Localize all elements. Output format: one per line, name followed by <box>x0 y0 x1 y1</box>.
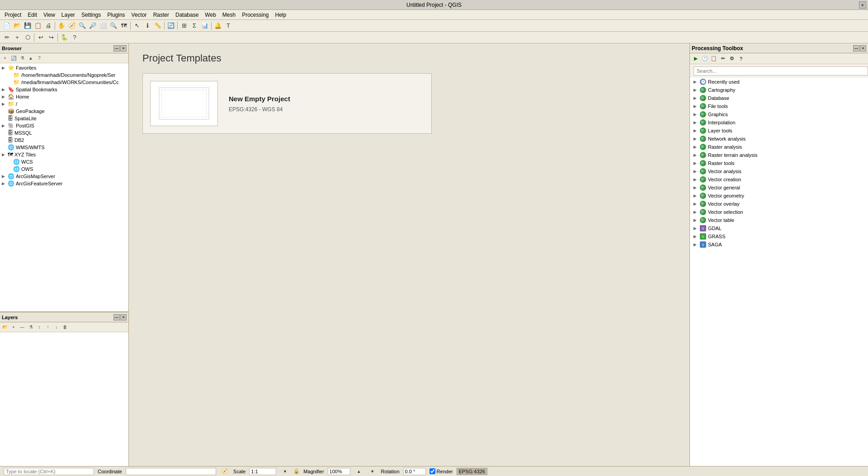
toolbox-cartography[interactable]: ▶ 🔍 Cartography <box>690 86 868 94</box>
toolbox-grass[interactable]: ▶ G GRASS <box>690 232 868 240</box>
menu-processing[interactable]: Processing <box>239 11 271 19</box>
menu-layer[interactable]: Layer <box>59 11 78 19</box>
processing-help-btn[interactable]: ? <box>737 55 745 63</box>
toolbox-vector-selection[interactable]: ▶ 🔍 Vector selection <box>690 208 868 216</box>
open-calculator-btn[interactable]: Σ <box>189 21 199 31</box>
scale-input[interactable] <box>249 468 276 475</box>
select-feature-btn[interactable]: ↖ <box>132 21 142 31</box>
measure-btn[interactable]: 📏 <box>153 21 163 31</box>
python-console-btn[interactable]: 🐍 <box>59 33 69 42</box>
redo-btn[interactable]: ↪ <box>46 33 56 42</box>
refresh-btn[interactable]: 🔄 <box>166 21 176 31</box>
layers-expand-btn[interactable]: ↕ <box>35 323 43 331</box>
toolbox-raster-analysis[interactable]: ▶ 🔍 Raster analysis <box>690 143 868 151</box>
undo-btn[interactable]: ↩ <box>36 33 46 42</box>
menu-vector[interactable]: Vector <box>129 11 150 19</box>
layers-open-btn[interactable]: 📂 <box>1 323 9 331</box>
text-annotation-btn[interactable]: T <box>223 21 233 31</box>
magnifier-spin-down[interactable]: ▼ <box>368 467 377 476</box>
digitize-btn[interactable]: ✏ <box>2 33 12 42</box>
layers-add-btn[interactable]: + <box>9 323 18 331</box>
toolbox-raster-tools[interactable]: ▶ 🔍 Raster tools <box>690 159 868 167</box>
toolbox-vector-analysis[interactable]: ▶ 🔍 Vector analysis <box>690 167 868 175</box>
zoom-in-btn[interactable]: 🔍 <box>77 21 87 31</box>
browser-item-xyz[interactable]: ▶ 🗺 XYZ Tiles <box>0 151 128 158</box>
browser-close-btn[interactable]: × <box>120 45 127 52</box>
processing-close-btn[interactable]: × <box>860 45 866 52</box>
menu-web[interactable]: Web <box>202 11 218 19</box>
print-layout-btn[interactable]: 🖨 <box>43 21 53 31</box>
rotation-input[interactable] <box>403 468 426 475</box>
browser-item-db2[interactable]: 🗄 DB2 <box>0 137 128 144</box>
menu-project[interactable]: Project <box>2 11 24 19</box>
layers-remove-btn[interactable]: — <box>18 323 26 331</box>
menu-edit[interactable]: Edit <box>25 11 40 19</box>
save-as-btn[interactable]: 📋 <box>33 21 43 31</box>
zoom-rubber-btn[interactable]: ⬜ <box>98 21 108 31</box>
processing-settings-btn[interactable]: ⚙ <box>728 55 736 63</box>
layers-filter-btn[interactable]: ⚗ <box>27 323 35 331</box>
browser-item-wms[interactable]: 🌐 WMS/WMTS <box>0 144 128 151</box>
toolbox-vector-table[interactable]: ▶ 🔍 Vector table <box>690 216 868 224</box>
toolbox-layer-tools[interactable]: ▶ 🔍 Layer tools <box>690 127 868 135</box>
toolbox-file-tools[interactable]: ▶ 🔍 File tools <box>690 102 868 110</box>
layers-move-up-btn[interactable]: ↑ <box>44 323 52 331</box>
browser-item-arcgis-map[interactable]: ▶ 🌐 ArcGisMapServer <box>0 173 128 180</box>
processing-search-input[interactable] <box>693 66 868 75</box>
render-checkbox[interactable] <box>429 468 435 474</box>
node-tool-btn[interactable]: ⬡ <box>23 33 33 42</box>
browser-filter-btn[interactable]: ⚗ <box>18 54 26 62</box>
zoom-out-btn[interactable]: 🔎 <box>88 21 98 31</box>
open-project-btn[interactable]: 📂 <box>12 21 22 31</box>
browser-item-spatialite[interactable]: 🗄 SpatiaLite <box>0 115 128 122</box>
processing-run-btn[interactable]: ▶ <box>692 55 700 63</box>
epsg-badge[interactable]: EPSG:4326 <box>457 468 487 475</box>
close-button[interactable]: × <box>859 1 866 9</box>
toolbox-saga[interactable]: ▶ S SAGA <box>690 240 868 249</box>
browser-collapse-btn[interactable]: ▲ <box>27 54 35 62</box>
layers-move-down-btn[interactable]: ↓ <box>52 323 61 331</box>
browser-help-btn[interactable]: ? <box>35 54 43 62</box>
browser-item-mssql[interactable]: 🗄 MSSQL <box>0 129 128 137</box>
add-feature-btn[interactable]: + <box>12 33 22 42</box>
browser-item-home-docs[interactable]: 📁 /home/firmanhadi/Documents/Ngoprek/Ser <box>0 71 128 79</box>
statistical-summary-btn[interactable]: 📊 <box>200 21 210 31</box>
help-btn[interactable]: ? <box>70 33 80 42</box>
layers-minimize-btn[interactable]: — <box>113 314 120 320</box>
new-project-btn[interactable]: 📄 <box>2 21 12 31</box>
menu-view[interactable]: View <box>41 11 58 19</box>
coordinate-input[interactable] <box>126 468 216 475</box>
processing-history-btn[interactable]: 🕐 <box>701 55 709 63</box>
menu-mesh[interactable]: Mesh <box>220 11 238 19</box>
toolbox-vector-overlay[interactable]: ▶ 🔍 Vector overlay <box>690 200 868 208</box>
new-empty-project-card[interactable]: New Empty Project EPSG:4326 - WGS 84 <box>142 73 432 134</box>
toolbox-interpolation[interactable]: ▶ 🔍 Interpolation <box>690 118 868 127</box>
browser-item-ows[interactable]: 🌐 OWS <box>0 165 128 173</box>
browser-item-bookmarks[interactable]: ▶ 🔖 Spatial Bookmarks <box>0 86 128 93</box>
scale-dropdown-btn[interactable]: ▼ <box>280 467 290 476</box>
layers-close-btn[interactable]: × <box>120 314 127 320</box>
tile-panels-btn[interactable]: ⊞ <box>179 21 189 31</box>
browser-add-btn[interactable]: + <box>1 54 9 62</box>
browser-item-root[interactable]: ▶ 📁 / <box>0 100 128 108</box>
toolbox-recently-used[interactable]: ▶ 🕐 Recently used <box>690 78 868 86</box>
processing-edit-btn[interactable]: ✏ <box>719 55 727 63</box>
menu-database[interactable]: Database <box>173 11 201 19</box>
browser-item-geopackage[interactable]: 📦 GeoPackage <box>0 108 128 115</box>
menu-plugins[interactable]: Plugins <box>104 11 127 19</box>
save-project-btn[interactable]: 💾 <box>23 21 33 31</box>
menu-help[interactable]: Help <box>273 11 289 19</box>
processing-minimize-btn[interactable]: — <box>853 45 859 52</box>
layers-remove2-btn[interactable]: 🗑 <box>61 323 69 331</box>
toolbox-raster-terrain[interactable]: ▶ 🔍 Raster terrain analysis <box>690 151 868 159</box>
toolbox-vector-general[interactable]: ▶ 🔍 Vector general <box>690 184 868 192</box>
processing-results-btn[interactable]: 📋 <box>710 55 718 63</box>
browser-refresh-btn[interactable]: 🔄 <box>9 54 18 62</box>
zoom-layer-btn[interactable]: 🗺 <box>119 21 129 31</box>
identify-btn[interactable]: ℹ <box>142 21 152 31</box>
browser-item-arcgis-feature[interactable]: ▶ 🌐 ArcGisFeatureServer <box>0 180 128 187</box>
menu-settings[interactable]: Settings <box>79 11 104 19</box>
alerts-btn[interactable]: 🔔 <box>213 21 223 31</box>
toolbox-gdal[interactable]: ▶ G GDAL <box>690 224 868 232</box>
magnifier-input[interactable] <box>328 468 350 475</box>
